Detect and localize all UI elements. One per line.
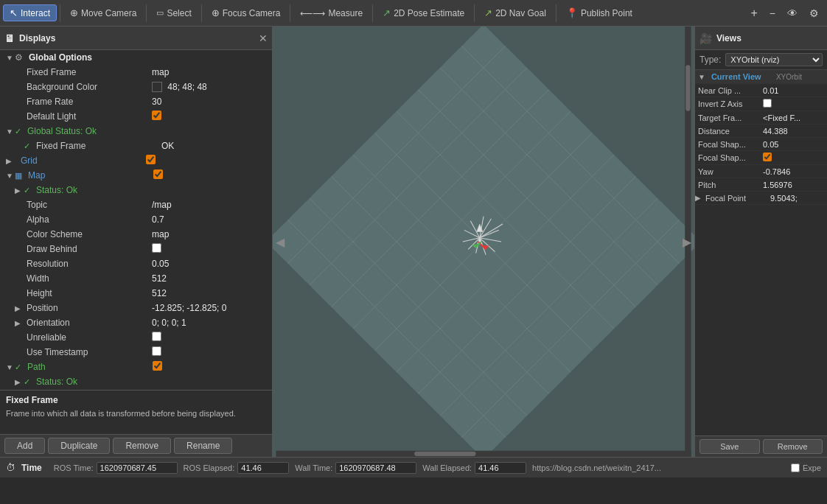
views-save-button[interactable]: Save	[699, 439, 760, 454]
settings-tool-button[interactable]: ⚙	[804, 5, 824, 21]
interact-button[interactable]: ↖ Interact	[3, 4, 57, 21]
right-panel: 🎥 Views Type: XYOrbit (rviz) ▼ Current V…	[694, 27, 827, 457]
map-row[interactable]: ▼ ▦ Map	[0, 168, 272, 183]
position-value[interactable]: -12.825; -12.825; 0	[149, 302, 272, 314]
alpha-value[interactable]: 0.7	[149, 214, 272, 225]
target-frame-value[interactable]: <Fixed F...	[760, 113, 827, 123]
views-type-row: Type: XYOrbit (rviz)	[695, 50, 827, 70]
unreliable-checkbox-cell	[149, 331, 272, 344]
pitch-value[interactable]: 1.56976	[760, 180, 827, 190]
path-status-icon: ✓	[24, 377, 30, 387]
invert-z-checkbox[interactable]	[763, 99, 772, 108]
move-camera-button[interactable]: ⊕ Move Camera	[63, 4, 143, 21]
focus-camera-icon: ⊕	[212, 7, 220, 18]
toolbar: ↖ Interact ⊕ Move Camera ▭ Select ⊕ Focu…	[0, 0, 827, 27]
center-viewport[interactable]: ◀ ▶	[273, 27, 694, 457]
global-status-row[interactable]: ▼ ✓ Global Status: Ok	[0, 124, 272, 139]
yaw-value[interactable]: -0.7846	[760, 167, 827, 177]
focal-point-row[interactable]: ▶ Focal Point 9.5043;	[695, 192, 827, 205]
left-panel: 🖥 Displays ✕ ▼ ⚙ Global Options Fixed Fr…	[0, 27, 273, 457]
default-light-row: Default Light	[0, 109, 272, 124]
current-view-header[interactable]: ▼ Current View XYOrbit	[695, 70, 827, 84]
map-status-label: Status: Ok	[33, 184, 158, 196]
ros-elapsed-label: ROS Elapsed:	[184, 463, 235, 472]
draw-behind-checkbox[interactable]	[152, 243, 161, 253]
path-arrow[interactable]: ▼	[6, 363, 15, 371]
measure-button[interactable]: ⟵⟶ Measure	[293, 5, 369, 21]
displays-title: 🖥 Displays	[4, 32, 55, 44]
add-button[interactable]: Add	[4, 438, 45, 454]
path-label: Path	[24, 361, 150, 373]
width-value[interactable]: 512	[149, 273, 272, 284]
map-status-arrow[interactable]: ▶	[15, 186, 24, 195]
global-options-row[interactable]: ▼ ⚙ Global Options	[0, 50, 272, 65]
focal-shape2-checkbox[interactable]	[763, 153, 772, 161]
wall-time-input[interactable]: 1620970687.48	[335, 462, 416, 474]
position-row[interactable]: ▶ Position -12.825; -12.825; 0	[0, 301, 272, 315]
map-checkbox[interactable]	[153, 169, 163, 179]
wall-elapsed-input[interactable]: 41.46	[475, 462, 526, 474]
add-tool-button[interactable]: +	[745, 4, 762, 22]
grid-row[interactable]: ▶ Grid	[0, 153, 272, 168]
global-status-arrow[interactable]: ▼	[6, 127, 15, 136]
views-type-select[interactable]: XYOrbit (rviz)	[725, 53, 823, 66]
topic-value[interactable]: /map	[149, 199, 272, 211]
global-options-arrow[interactable]: ▼	[6, 54, 15, 62]
pose-estimate-button[interactable]: ↗ 2D Pose Estimate	[376, 4, 471, 21]
path-status-row[interactable]: ▶ ✓ Status: Ok	[0, 374, 272, 389]
background-color-value[interactable]: 48; 48; 48	[149, 81, 272, 94]
current-view-expand[interactable]: ▼	[698, 73, 705, 81]
ros-elapsed-input[interactable]: 41.46	[237, 462, 289, 474]
frame-rate-value[interactable]: 30	[149, 96, 272, 108]
near-clip-value[interactable]: 0.01	[760, 85, 827, 96]
height-value[interactable]: 512	[149, 287, 272, 299]
map-arrow[interactable]: ▼	[6, 172, 15, 180]
ros-time-input[interactable]: 1620970687.45	[97, 462, 178, 474]
main-content: 🖥 Displays ✕ ▼ ⚙ Global Options Fixed Fr…	[0, 27, 827, 457]
info-panel: Fixed Frame Frame into which all data is…	[0, 390, 272, 434]
orientation-value[interactable]: 0; 0; 0; 1	[149, 317, 272, 329]
focus-camera-button[interactable]: ⊕ Focus Camera	[205, 4, 287, 21]
focal-point-expand[interactable]: ▶	[695, 194, 701, 202]
default-light-checkbox[interactable]	[152, 111, 161, 120]
views-remove-button[interactable]: Remove	[763, 439, 823, 454]
orientation-arrow[interactable]: ▶	[15, 319, 24, 327]
unreliable-checkbox[interactable]	[152, 332, 161, 341]
rename-button[interactable]: Rename	[174, 438, 232, 454]
resolution-value[interactable]: 0.05	[149, 258, 272, 270]
draw-behind-label: Draw Behind	[24, 243, 149, 255]
map-status-icon: ✓	[24, 186, 30, 195]
displays-close-button[interactable]: ✕	[259, 32, 268, 44]
minus-tool-button[interactable]: −	[764, 5, 781, 21]
color-scheme-value[interactable]: map	[149, 228, 272, 240]
grid-arrow[interactable]: ▶	[6, 157, 15, 165]
duplicate-button[interactable]: Duplicate	[48, 438, 110, 454]
path-row[interactable]: ▼ ✓ Path	[0, 360, 272, 374]
displays-header: 🖥 Displays ✕	[0, 27, 272, 50]
distance-value[interactable]: 44.388	[760, 126, 827, 136]
expe-checkbox[interactable]	[791, 463, 800, 472]
current-view-label: Current View	[708, 71, 773, 82]
map-status-row[interactable]: ▶ ✓ Status: Ok	[0, 183, 272, 197]
eye-tool-button[interactable]: 👁	[782, 5, 803, 21]
select-button[interactable]: ▭ Select	[150, 5, 198, 21]
publish-point-button[interactable]: 📍 Publish Point	[559, 4, 639, 21]
position-arrow[interactable]: ▶	[15, 304, 24, 312]
viewport-left-arrow[interactable]: ◀	[276, 235, 285, 249]
grid-checkbox[interactable]	[146, 155, 156, 164]
yaw-row: Yaw -0.7846	[695, 165, 827, 178]
displays-icon: 🖥	[4, 32, 15, 44]
use-timestamp-checkbox[interactable]	[152, 346, 161, 356]
nav-goal-button[interactable]: ↗ 2D Nav Goal	[478, 4, 553, 21]
path-checkbox[interactable]	[153, 361, 162, 371]
fixed-frame-value[interactable]: map	[149, 66, 272, 78]
buttons-row: Add Duplicate Remove Rename	[0, 434, 272, 457]
remove-button[interactable]: Remove	[113, 438, 171, 454]
path-status-arrow[interactable]: ▶	[15, 378, 24, 386]
position-label: Position	[24, 302, 149, 314]
info-text: Frame into which all data is transformed…	[6, 408, 266, 419]
focal-point-value[interactable]: 9.5043;	[767, 193, 827, 203]
focal-shape1-value[interactable]: 0.05	[760, 139, 827, 150]
orientation-row[interactable]: ▶ Orientation 0; 0; 0; 1	[0, 315, 272, 330]
viewport-right-arrow[interactable]: ▶	[683, 235, 691, 249]
